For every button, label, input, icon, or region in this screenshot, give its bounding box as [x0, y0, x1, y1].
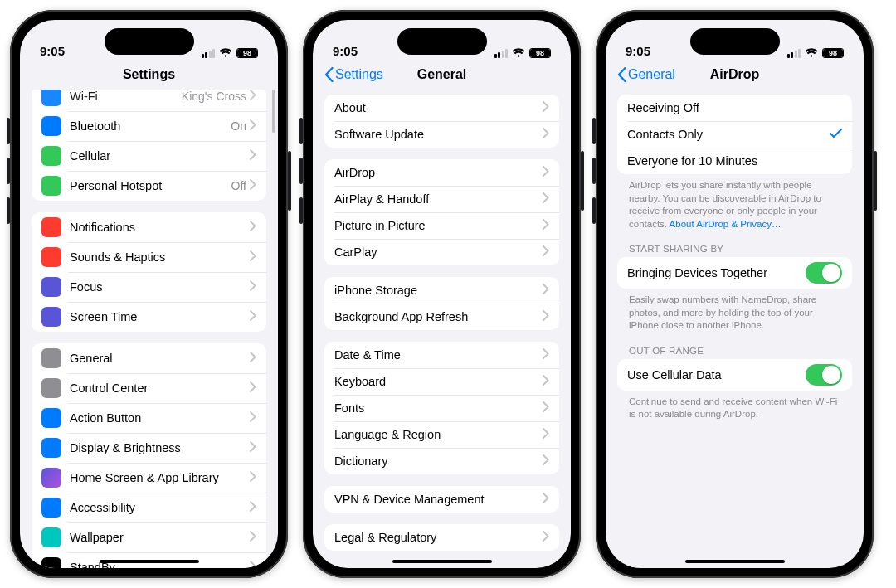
list-item[interactable]: Sounds & Haptics	[32, 242, 266, 272]
list-item-label: Sounds & Haptics	[70, 250, 250, 264]
chevron-right-icon	[543, 245, 549, 259]
radio-option[interactable]: Everyone for 10 Minutes	[617, 148, 852, 174]
chevron-right-icon	[543, 219, 549, 232]
general-group: AirDropAirPlay & HandoffPicture in Pictu…	[324, 159, 559, 265]
start-sharing-group: Bringing Devices Together	[617, 257, 852, 289]
chevron-right-icon	[250, 149, 256, 163]
status-time: 9:05	[626, 44, 650, 58]
radio-option[interactable]: Contacts Only	[617, 121, 852, 148]
dynamic-island	[105, 28, 194, 55]
list-item[interactable]: Display & Brightness	[32, 433, 266, 463]
chevron-right-icon	[543, 493, 549, 506]
back-label: Settings	[335, 67, 383, 82]
list-item[interactable]: Background App Refresh	[324, 304, 559, 330]
chevron-right-icon	[250, 561, 256, 568]
list-item[interactable]: AirDrop	[324, 159, 559, 186]
list-item[interactable]: Fonts	[324, 395, 559, 421]
chevron-right-icon	[250, 471, 256, 484]
chevron-right-icon	[543, 401, 549, 415]
chevron-right-icon	[250, 90, 256, 103]
list-item[interactable]: Personal HotspotOff	[32, 171, 266, 201]
list-item-label: Background App Refresh	[334, 310, 543, 323]
list-item[interactable]: Home Screen & App Library	[32, 463, 266, 493]
accessibility-icon	[41, 498, 61, 518]
general-group: Date & TimeKeyboardFontsLanguage & Regio…	[324, 342, 559, 474]
settings-group: Wi-FiKing's CrossBluetoothOnCellularPers…	[32, 90, 266, 201]
list-item[interactable]: Software Update	[324, 121, 559, 148]
list-item-label: Cellular	[70, 149, 250, 163]
list-item[interactable]: General	[32, 343, 266, 373]
list-item[interactable]: Dictionary	[324, 448, 559, 474]
cellular-icon	[41, 146, 61, 166]
list-item[interactable]: Control Center	[32, 373, 266, 403]
wallpaper-icon	[41, 527, 61, 547]
page-title: Settings	[123, 67, 175, 82]
bell-icon	[41, 217, 61, 237]
list-item[interactable]: Accessibility	[32, 493, 266, 522]
list-item[interactable]: Keyboard	[324, 368, 559, 395]
list-item[interactable]: Wallpaper	[32, 522, 266, 552]
list-item-label: Focus	[70, 280, 250, 294]
signal-icon	[202, 49, 216, 58]
list-item[interactable]: Language & Region	[324, 421, 559, 448]
list-item[interactable]: Action Button	[32, 403, 266, 433]
action-icon	[41, 408, 61, 428]
chevron-right-icon	[543, 428, 549, 441]
toggle-switch[interactable]	[806, 262, 842, 284]
back-button[interactable]: Settings	[321, 60, 387, 90]
footnote: Continue to send and receive content whe…	[629, 396, 840, 421]
back-button[interactable]: General	[614, 60, 679, 90]
chevron-left-icon	[617, 67, 626, 82]
list-item[interactable]: Notifications	[32, 212, 266, 242]
footnote: AirDrop lets you share instantly with pe…	[629, 179, 840, 231]
toggle-switch[interactable]	[806, 364, 842, 386]
list-item-label: Action Button	[70, 411, 250, 425]
list-item-label: Display & Brightness	[70, 441, 250, 454]
chevron-right-icon	[543, 166, 549, 179]
nav-bar: General AirDrop	[606, 60, 864, 90]
list-item[interactable]: CarPlay	[324, 239, 559, 265]
signal-icon	[787, 49, 801, 58]
privacy-link[interactable]: About AirDrop & Privacy…	[670, 219, 782, 229]
toggle-label: Bringing Devices Together	[627, 266, 806, 279]
list-item[interactable]: About	[324, 95, 559, 121]
list-item[interactable]: Cellular	[32, 141, 266, 171]
chevron-right-icon	[543, 101, 549, 114]
list-item-label: About	[334, 101, 543, 114]
list-item[interactable]: Legal & Regulatory	[324, 524, 559, 551]
chevron-right-icon	[543, 454, 549, 468]
phone-airdrop: 9:05 98 General AirDrop Receiving OffCon…	[596, 10, 874, 578]
list-item[interactable]: iPhone Storage	[324, 277, 559, 304]
gear-icon	[41, 348, 61, 368]
wifi-icon	[805, 48, 818, 58]
list-item[interactable]: Focus	[32, 272, 266, 302]
hotspot-icon	[41, 176, 61, 196]
list-item[interactable]: Wi-FiKing's Cross	[32, 90, 266, 111]
wifi-icon	[219, 48, 232, 58]
list-item-label: AirDrop	[334, 166, 543, 179]
list-item-label: Software Update	[334, 128, 543, 141]
phone-settings: 9:05 98 Settings Wi-FiKing's CrossBlueto…	[10, 10, 288, 578]
list-item[interactable]: AirPlay & Handoff	[324, 186, 559, 212]
list-item[interactable]: Screen Time	[32, 302, 266, 332]
list-item[interactable]: Picture in Picture	[324, 212, 559, 239]
list-item[interactable]: Date & Time	[324, 342, 559, 368]
option-label: Contacts Only	[627, 128, 830, 141]
list-item-label: Legal & Regulatory	[334, 531, 543, 544]
radio-option[interactable]: Receiving Off	[617, 95, 852, 121]
home-indicator	[392, 560, 492, 563]
list-item-label: Bluetooth	[70, 119, 231, 133]
list-item-label: Notifications	[70, 221, 250, 234]
list-item[interactable]: VPN & Device Management	[324, 486, 559, 513]
general-group: AboutSoftware Update	[324, 95, 559, 148]
general-group: iPhone StorageBackground App Refresh	[324, 277, 559, 330]
list-item-label: Date & Time	[334, 348, 543, 362]
list-item[interactable]: BluetoothOn	[32, 111, 266, 141]
list-item-detail: On	[231, 119, 246, 133]
page-title: General	[417, 67, 467, 82]
chevron-right-icon	[250, 411, 256, 425]
bluetooth-icon	[41, 116, 61, 136]
list-item-label: Home Screen & App Library	[70, 471, 250, 484]
settings-group: GeneralControl CenterAction ButtonDispla…	[32, 343, 266, 568]
wifi-icon	[512, 48, 525, 58]
